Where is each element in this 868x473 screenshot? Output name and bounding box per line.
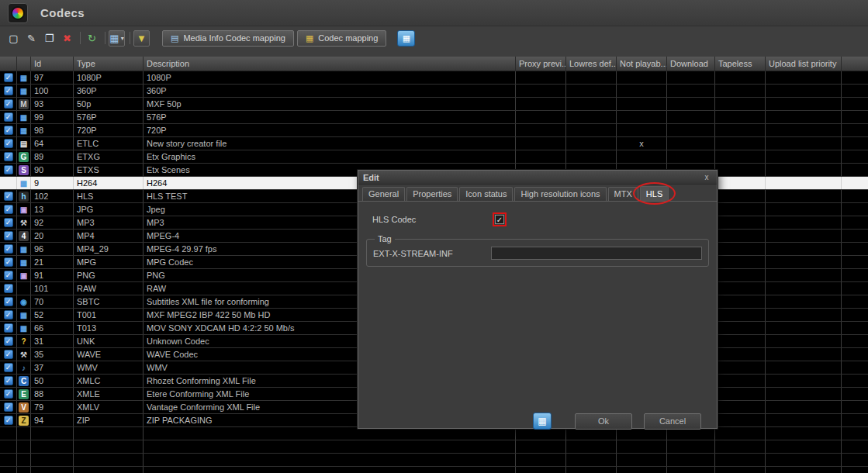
tab-high-resolution-icons[interactable]: High resolution icons [514, 187, 606, 201]
row-checkbox[interactable]: ✓ [4, 112, 13, 122]
grid-view-icon[interactable]: ▦▾ [109, 30, 125, 47]
header-not-playab[interactable]: Not playab... [617, 57, 667, 71]
row-select-cell: ✓ [0, 111, 17, 123]
empty-cell [766, 467, 842, 473]
cell-id: 92 [31, 216, 74, 229]
cell-id: 79 [31, 401, 74, 413]
close-icon[interactable]: x [701, 173, 712, 181]
header-lowres-def[interactable]: Lowres def... [566, 57, 617, 71]
tag-group: Tag EXT-X-STREAM-INF [366, 234, 709, 267]
row-checkbox[interactable]: ✓ [4, 244, 13, 254]
header-tapeless[interactable]: Tapeless [715, 57, 766, 71]
cell-type: ETLC [74, 137, 144, 150]
row-checkbox[interactable]: ✓ [4, 350, 13, 359]
row-select-cell: ✓ [0, 137, 17, 150]
row-checkbox[interactable]: ✓ [4, 402, 13, 412]
row-checkbox[interactable]: ✓ [4, 86, 13, 95]
row-checkbox[interactable]: ✓ [4, 337, 13, 346]
row-checkbox[interactable]: ✓ [4, 192, 13, 201]
row-checkbox[interactable]: ✓ [4, 73, 13, 82]
cell-id: 100 [31, 85, 74, 97]
row-checkbox[interactable]: ✓ [4, 323, 13, 333]
cell-download [667, 124, 715, 136]
keyboard-icon[interactable]: ▦ [397, 30, 415, 47]
delete-icon[interactable]: ✖ [59, 30, 75, 47]
codec-mapping-button[interactable]: ▦Codec mapping [297, 30, 386, 47]
hls-codec-checkbox[interactable]: ✓ [495, 215, 504, 224]
dialog-buttons: ▦ Ok Cancel [533, 413, 701, 430]
row-checkbox[interactable]: ✓ [4, 152, 13, 161]
row-icon-cell: ▦ [17, 322, 31, 334]
row-checkbox[interactable]: ✓ [4, 257, 13, 267]
cell-id: 89 [31, 150, 74, 163]
row-checkbox[interactable]: ✓ [4, 297, 13, 306]
row-icon-cell: ▦ [17, 177, 31, 189]
tab-general[interactable]: General [362, 187, 405, 201]
hls-codec-row: HLS Codec ✓ [372, 212, 717, 226]
row-checkbox[interactable]: ✓ [4, 205, 13, 214]
cell-upload-list-priority [766, 216, 842, 229]
cell-tapeless [715, 71, 766, 84]
header-proxy-previ[interactable]: Proxy previ... [516, 57, 566, 71]
tab-properties[interactable]: Properties [406, 187, 458, 201]
filter-icon[interactable]: ▼ [133, 30, 150, 47]
header-upload-list-priority[interactable]: Upload list priority [766, 57, 842, 71]
row-checkbox[interactable]: ✓ [4, 139, 13, 148]
row-checkbox[interactable]: ✓ [4, 99, 13, 109]
row-checkbox[interactable]: ✓ [4, 363, 13, 372]
empty-cell [0, 427, 17, 440]
tab-icon-status[interactable]: Icon status [459, 187, 513, 201]
row-checkbox[interactable]: ✓ [4, 231, 13, 240]
row-select-cell: ✓ [0, 164, 17, 176]
ext-x-stream-inf-input[interactable] [491, 247, 702, 260]
cell-tapeless [715, 177, 766, 189]
header-description[interactable]: Description [144, 57, 516, 71]
cell-tapeless [715, 98, 766, 110]
cell-type: T013 [74, 322, 144, 334]
row-select-cell: ✓ [0, 348, 17, 361]
table-row[interactable]: ✓▦98720P720P [0, 124, 868, 137]
table-row[interactable]: ✓▦99576P576P [0, 111, 868, 124]
copy-icon[interactable]: ❐ [41, 30, 57, 47]
cell-type: RAW [74, 282, 144, 295]
header-type[interactable]: Type [74, 57, 144, 71]
media-info-codec-mapping-button[interactable]: ▤Media Info Codec mapping [162, 30, 294, 47]
row-checkbox[interactable]: ✓ [4, 218, 13, 227]
edit-icon[interactable]: ✎ [23, 30, 40, 47]
cell-not-playable [617, 150, 667, 163]
tab-hls[interactable]: HLS [640, 186, 669, 201]
row-checkbox[interactable]: ✓ [4, 271, 13, 280]
new-document-icon[interactable]: ▢ [5, 30, 22, 47]
cell-filler [842, 375, 868, 387]
cancel-button[interactable]: Cancel [644, 413, 701, 430]
cell-type: MP4_29 [74, 243, 144, 255]
row-checkbox[interactable]: ✓ [4, 126, 13, 135]
row-checkbox[interactable]: ✓ [4, 376, 13, 385]
cell-tapeless [715, 216, 766, 229]
cell-tapeless [715, 348, 766, 361]
header-id[interactable]: Id [31, 57, 74, 71]
xml-c-icon: C [19, 376, 29, 386]
table-row[interactable]: ✓▤64ETLCNew story creator filex [0, 137, 868, 150]
tab-mtx[interactable]: MTX [608, 187, 638, 201]
row-checkbox[interactable]: ✓ [4, 284, 13, 293]
cell-description: 720P [144, 124, 516, 136]
toolbar-separator [80, 32, 81, 44]
table-row[interactable]: ✓M9350pMXF 50p [0, 98, 868, 111]
cell-tapeless [715, 361, 766, 374]
row-checkbox[interactable]: ✓ [4, 310, 13, 319]
table-row[interactable]: ✓▦100360P360P [0, 85, 868, 98]
cell-filler [842, 164, 868, 176]
row-checkbox[interactable]: ✓ [4, 416, 13, 425]
row-checkbox[interactable]: ✓ [4, 389, 13, 399]
keyboard-icon[interactable]: ▦ [533, 413, 552, 430]
row-checkbox[interactable]: ✓ [4, 165, 13, 174]
row-icon-cell: ⚒ [17, 216, 31, 229]
header-download[interactable]: Download [667, 57, 715, 71]
ok-button[interactable]: Ok [575, 413, 632, 430]
dialog-titlebar[interactable]: Edit x [358, 171, 717, 185]
table-row[interactable]: ✓G89ETXGEtx Graphics [0, 150, 868, 164]
table-row[interactable]: ✓▦971080P1080P [0, 71, 868, 85]
refresh-icon[interactable]: ↻ [84, 30, 100, 47]
empty-cell [144, 440, 516, 453]
